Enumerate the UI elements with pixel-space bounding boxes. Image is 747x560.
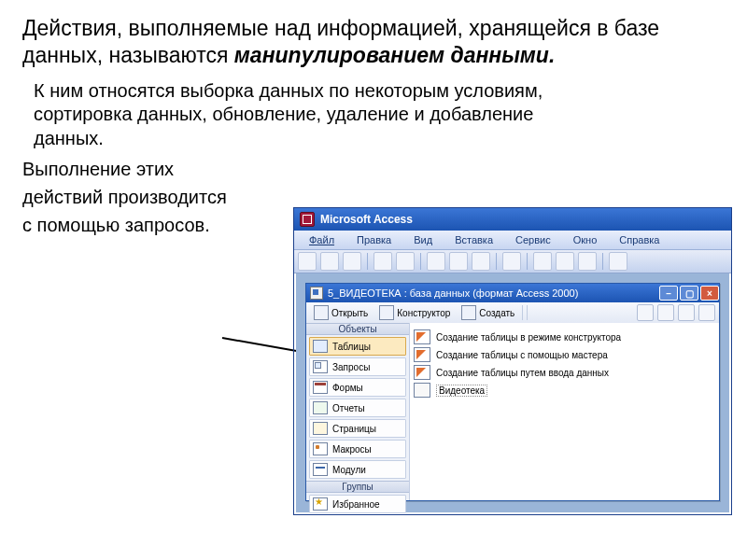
heading: Действия, выполняемые над информацией, х…	[0, 0, 747, 74]
toolbar-analyze-icon[interactable]	[578, 252, 597, 271]
entry-icon	[414, 365, 430, 380]
toolbar-preview-icon[interactable]	[396, 252, 415, 271]
design-new-icon	[414, 329, 430, 344]
favorites-icon	[313, 497, 328, 511]
list-item-videoteka[interactable]: Видеотека	[414, 382, 715, 399]
macros-icon	[313, 442, 328, 455]
sidebar-item-queries[interactable]: Запросы	[309, 357, 406, 376]
heading-emphasis: манипулированием данными.	[234, 43, 555, 67]
access-app-icon	[300, 212, 315, 227]
list-item-create-entry[interactable]: Создание таблицы путем ввода данных	[414, 364, 715, 381]
sidebar-item-modules[interactable]: Модули	[309, 460, 406, 479]
database-toolbar: Открыть Конструктор Создать	[306, 302, 719, 324]
database-window: 5_ВИДЕОТЕКА : база данных (формат Access…	[305, 283, 720, 501]
view-large-icon[interactable]	[637, 304, 654, 321]
toolbar-cut-icon[interactable]	[427, 252, 445, 271]
paragraph-2-line-a: Выполнение этих	[22, 155, 725, 183]
minimize-button[interactable]: –	[659, 286, 678, 301]
menu-insert[interactable]: Вставка	[449, 234, 499, 245]
forms-icon	[313, 381, 328, 394]
sidebar-item-macros[interactable]: Макросы	[309, 440, 406, 458]
toolbar-print-icon[interactable]	[374, 252, 392, 271]
groups-header: Группы	[306, 481, 409, 493]
toolbar-separator	[527, 253, 528, 270]
paragraph-1: К ним относятся выборка данных по некото…	[0, 74, 579, 151]
menu-window[interactable]: Окно	[568, 234, 603, 245]
tables-icon	[313, 340, 328, 353]
toolbar-separator	[420, 253, 421, 270]
create-icon	[461, 305, 476, 320]
sidebar-item-forms[interactable]: Формы	[309, 378, 406, 397]
menu-file[interactable]: Файл	[303, 234, 340, 245]
main-toolbar	[294, 250, 731, 273]
list-item-create-design[interactable]: Создание таблицы в режиме конструктора	[414, 329, 715, 345]
toolbar-paste-icon[interactable]	[472, 252, 490, 271]
modules-icon	[313, 463, 328, 476]
reports-icon	[313, 401, 328, 414]
toolbar-undo-icon[interactable]	[502, 252, 521, 271]
mdi-area: 5_ВИДЕОТЕКА : база данных (формат Access…	[296, 273, 729, 512]
titlebar[interactable]: Microsoft Access	[294, 208, 731, 231]
open-icon	[314, 305, 329, 320]
db-toolbar-separator	[527, 305, 528, 320]
toolbar-new-icon[interactable]	[298, 252, 317, 271]
toolbar-separator	[367, 253, 368, 270]
menu-help[interactable]: Справка	[613, 234, 665, 245]
db-toolbar-separator	[522, 305, 523, 320]
database-title: 5_ВИДЕОТЕКА : база данных (формат Access…	[328, 287, 578, 299]
open-button[interactable]: Открыть	[310, 303, 372, 322]
menu-service[interactable]: Сервис	[510, 234, 557, 245]
toolbar-separator	[602, 253, 603, 270]
table-icon	[414, 383, 430, 398]
database-window-titlebar[interactable]: 5_ВИДЕОТЕКА : база данных (формат Access…	[306, 284, 719, 302]
toolbar-separator	[496, 253, 497, 270]
list-item-create-wizard[interactable]: Создание таблицы с помощью мастера	[414, 346, 715, 363]
view-details-icon[interactable]	[698, 304, 715, 321]
menubar: Файл Правка Вид Вставка Сервис Окно Спра…	[294, 231, 731, 250]
sidebar-item-reports[interactable]: Отчеты	[309, 399, 406, 417]
menu-edit[interactable]: Правка	[351, 234, 397, 245]
access-window: Microsoft Access Файл Правка Вид Вставка…	[293, 207, 732, 515]
content-pane: Создание таблицы в режиме конструктора С…	[410, 323, 719, 500]
design-icon	[379, 305, 394, 320]
view-small-icon[interactable]	[657, 304, 674, 321]
view-list-icon[interactable]	[678, 304, 695, 321]
toolbar-copy-icon[interactable]	[449, 252, 468, 271]
toolbar-save-icon[interactable]	[343, 252, 361, 271]
design-button[interactable]: Конструктор	[375, 303, 454, 322]
app-title: Microsoft Access	[320, 213, 413, 226]
objects-panel: Объекты Таблицы Запросы Формы Отчеты Стр…	[306, 323, 410, 500]
toolbar-office-icon[interactable]	[533, 252, 552, 271]
create-button[interactable]: Создать	[458, 303, 518, 322]
toolbar-help-icon[interactable]	[609, 252, 627, 271]
maximize-button[interactable]: ▢	[680, 286, 698, 301]
sidebar-item-tables[interactable]: Таблицы	[309, 337, 406, 356]
queries-icon	[313, 360, 328, 373]
pages-icon	[313, 422, 328, 435]
close-button[interactable]: ×	[700, 286, 719, 301]
menu-view[interactable]: Вид	[408, 234, 438, 245]
toolbar-open-icon[interactable]	[320, 252, 339, 271]
wizard-icon	[414, 347, 430, 362]
objects-header: Объекты	[306, 323, 409, 335]
database-icon	[310, 287, 323, 300]
toolbar-relations-icon[interactable]	[556, 252, 574, 271]
sidebar-item-favorites[interactable]: Избранное	[309, 495, 406, 513]
sidebar-item-pages[interactable]: Страницы	[309, 419, 406, 438]
